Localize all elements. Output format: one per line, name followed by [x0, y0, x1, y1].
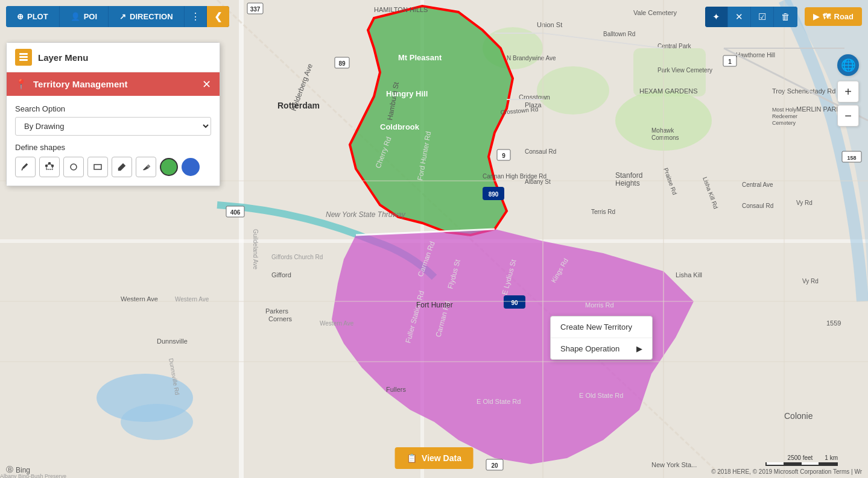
pen-shape-button[interactable] [15, 157, 36, 177]
green-color-swatch[interactable] [160, 158, 178, 176]
bing-icon: Ⓑ [6, 465, 13, 475]
plot-button[interactable]: ⊕ PLOT [6, 6, 60, 27]
territory-title-group: 📍 Territory Management [15, 78, 127, 90]
define-shapes-label: Define shapes [15, 143, 211, 152]
poi-label: POI [84, 12, 97, 21]
svg-text:Park View Cemetery: Park View Cemetery [657, 67, 712, 74]
edit-shape-button[interactable] [112, 157, 132, 177]
collapse-button[interactable]: ❮ [207, 6, 229, 27]
svg-text:Gifford: Gifford [271, 271, 291, 278]
direction-icon: ↗ [119, 12, 126, 21]
scale-segment-3 [802, 462, 820, 465]
svg-text:406: 406 [230, 209, 241, 216]
svg-text:Fort Hunter: Fort Hunter [416, 301, 453, 309]
svg-point-111 [49, 163, 51, 165]
erase-shape-button[interactable] [136, 157, 156, 177]
blue-color-swatch[interactable] [182, 158, 200, 176]
create-territory-item[interactable]: Create New Territory [551, 316, 652, 338]
check-tool-button[interactable]: ☑ [751, 7, 774, 27]
circle-shape-button[interactable] [63, 157, 84, 177]
layer-menu-title: Layer Menu [38, 52, 88, 63]
svg-text:Fullers: Fullers [386, 386, 407, 393]
svg-text:9: 9 [502, 153, 505, 159]
svg-text:N Brandywine Ave: N Brandywine Ave [507, 55, 556, 61]
road-view-button[interactable]: ▶ 🗺 Road [805, 7, 863, 26]
svg-point-113 [71, 164, 77, 170]
territory-panel: 📍 Territory Management ✕ Search Option B… [7, 72, 220, 186]
search-option-select[interactable]: By Drawing By Address By Radius [15, 117, 211, 136]
svg-text:E Old State Rd: E Old State Rd [579, 392, 623, 399]
scale-line [765, 462, 838, 466]
poi-icon: 👤 [71, 12, 80, 21]
svg-text:Central Ave: Central Ave [742, 181, 773, 188]
svg-text:158: 158 [847, 155, 856, 161]
svg-text:Morris Rd: Morris Rd [585, 301, 614, 309]
road-icon: 🗺 [823, 12, 831, 21]
svg-rect-114 [94, 165, 101, 169]
direction-button[interactable]: ↗ DIRECTION [109, 6, 185, 27]
rectangle-shape-button[interactable] [87, 157, 108, 177]
layer-menu-icon [15, 49, 32, 66]
layer-menu: Layer Menu 📍 Territory Management ✕ Sear… [6, 42, 220, 186]
map-tools: ✦ ✕ ☑ 🗑 [705, 7, 797, 27]
scale-label-km: 1 km [825, 454, 838, 461]
road-arrow-icon: ▶ [813, 12, 819, 21]
svg-text:Stanford: Stanford [615, 171, 642, 180]
svg-point-6 [537, 66, 609, 115]
left-toolbar: ⊕ PLOT 👤 POI ↗ DIRECTION ⋮ ❮ [6, 6, 229, 27]
direction-label: DIRECTION [130, 12, 173, 21]
more-button[interactable]: ⋮ [185, 6, 207, 27]
svg-text:E Old State Rd: E Old State Rd [477, 398, 521, 405]
view-data-button[interactable]: 📋 View Data [394, 447, 474, 469]
zoom-in-button[interactable]: + [837, 81, 859, 102]
layer-menu-header: Layer Menu [7, 43, 220, 72]
territory-location-icon: 📍 [15, 78, 27, 90]
scale-segment-1 [767, 462, 785, 465]
search-option-label: Search Option [15, 104, 211, 113]
svg-text:Western Ave: Western Ave [320, 320, 354, 327]
top-toolbar: ⊕ PLOT 👤 POI ↗ DIRECTION ⋮ ❮ ✦ ✕ ☑ 🗑 ▶ 🗺… [0, 6, 868, 27]
territory-header: 📍 Territory Management ✕ [7, 72, 220, 96]
svg-text:Parkers: Parkers [265, 307, 288, 315]
poi-button[interactable]: 👤 POI [60, 6, 109, 27]
copyright-text: © 2018 HERE, © 2019 Microsoft Corporatio… [711, 468, 862, 475]
svg-text:Guildeland Ave: Guildeland Ave [252, 229, 259, 270]
bing-footer: Ⓑ Bing [6, 465, 30, 475]
territory-close-button[interactable]: ✕ [202, 79, 211, 90]
shape-operation-item[interactable]: Shape Operation ▶ [551, 338, 652, 359]
zoom-out-button[interactable]: − [837, 105, 859, 127]
svg-text:20: 20 [491, 462, 498, 469]
svg-text:Carman High Bridge Rd: Carman High Bridge Rd [483, 173, 546, 180]
svg-text:Coldbrook: Coldbrook [380, 122, 420, 131]
svg-text:89: 89 [338, 60, 346, 67]
svg-point-10 [121, 404, 193, 440]
svg-text:Hungry Hill: Hungry Hill [386, 89, 428, 98]
svg-text:890: 890 [489, 191, 499, 198]
select-tool-button[interactable]: ✦ [705, 7, 728, 27]
shapes-toolbar [15, 157, 211, 177]
svg-text:Vy Rd: Vy Rd [802, 278, 819, 285]
svg-text:1: 1 [728, 58, 732, 65]
polygon-shape-button[interactable] [39, 157, 60, 177]
svg-text:Western Ave: Western Ave [175, 296, 209, 303]
svg-text:Lisha Kill: Lisha Kill [676, 271, 702, 278]
delete-tool-button[interactable]: 🗑 [774, 7, 797, 27]
cancel-tool-button[interactable]: ✕ [728, 7, 751, 27]
view-data-label: View Data [422, 453, 461, 463]
svg-rect-107 [19, 53, 28, 55]
svg-rect-108 [19, 56, 28, 58]
svg-point-110 [46, 165, 48, 167]
view-data-icon: 📋 [407, 453, 417, 463]
right-toolbar: ✦ ✕ ☑ 🗑 ▶ 🗺 Road [705, 7, 863, 27]
svg-text:Rotterdam: Rotterdam [277, 101, 320, 110]
svg-text:Terris Rd: Terris Rd [591, 209, 615, 215]
scale-label-feet: 2500 feet [788, 454, 813, 461]
svg-text:Mt Pleasant: Mt Pleasant [398, 53, 442, 62]
globe-button[interactable]: 🌐 [837, 54, 859, 76]
svg-text:Giffords Church Rd: Giffords Church Rd [271, 254, 323, 260]
context-menu: Create New Territory Shape Operation ▶ [550, 316, 653, 360]
svg-text:HEXAM GARDENS: HEXAM GARDENS [639, 87, 698, 95]
scale-segment-4 [820, 462, 837, 465]
svg-text:Corners: Corners [268, 315, 293, 322]
svg-text:Dunnsville: Dunnsville [157, 338, 188, 345]
